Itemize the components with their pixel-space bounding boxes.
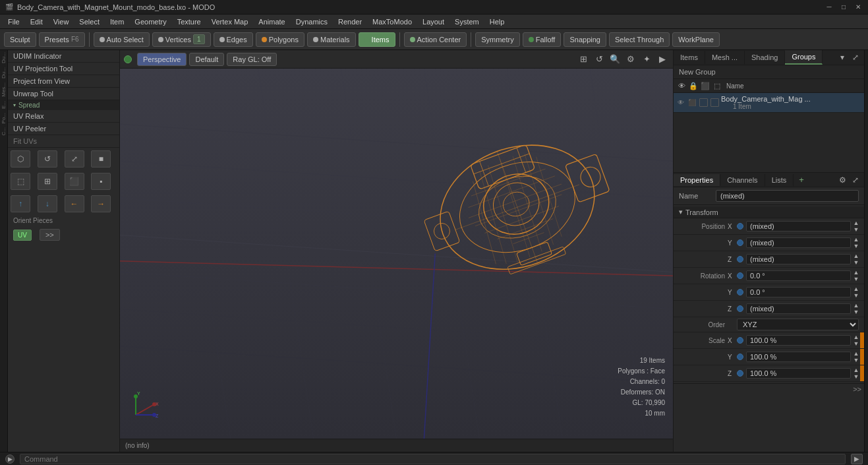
menu-texture[interactable]: Texture xyxy=(172,16,206,27)
list-icon-lock[interactable]: 🔒 xyxy=(688,80,699,91)
viewport-gear-icon[interactable]: ⚙ xyxy=(624,53,637,66)
name-input[interactable] xyxy=(716,190,859,202)
scale-z-down-arrow[interactable]: ▼ xyxy=(854,373,859,380)
viewport-refresh-icon[interactable]: ↺ xyxy=(593,53,606,66)
strip-label-c[interactable]: C... xyxy=(1,125,7,137)
icon-arrow-up[interactable]: ↑ xyxy=(11,195,30,212)
menu-animate[interactable]: Animate xyxy=(253,16,290,27)
menu-system[interactable]: System xyxy=(449,16,484,27)
viewport[interactable]: Perspective Default Ray GL: Off ⊞ ↺ 🔍 ⚙ … xyxy=(120,50,673,452)
menu-view[interactable]: View xyxy=(48,16,74,27)
menu-layout[interactable]: Layout xyxy=(417,16,449,27)
uv-peeler-btn[interactable]: UV Peeler xyxy=(8,123,119,135)
viewport-search-icon[interactable]: 🔍 xyxy=(608,53,622,66)
menu-edit[interactable]: Edit xyxy=(25,16,48,27)
pos-y-up-arrow[interactable]: ▲ xyxy=(854,236,859,243)
sculpt-btn[interactable]: Sculpt xyxy=(4,32,36,47)
perspective-btn[interactable]: Perspective xyxy=(137,53,187,66)
order-select[interactable]: XYZ XZY YXZ YZX ZXY ZYX xyxy=(737,319,859,330)
scale-y-down-arrow[interactable]: ▼ xyxy=(854,357,859,363)
vertices-btn[interactable]: Vertices 1 xyxy=(152,32,211,47)
menu-help[interactable]: Help xyxy=(484,16,510,27)
prop-tab-properties[interactable]: Properties xyxy=(674,174,720,186)
close-btn[interactable]: ✕ xyxy=(854,3,863,12)
item-check[interactable] xyxy=(699,98,708,108)
scale-x-up-arrow[interactable]: ▲ xyxy=(854,334,859,340)
auto-select-btn[interactable]: Auto Select xyxy=(94,32,150,47)
viewport-frames-icon[interactable]: ⊞ xyxy=(577,53,590,66)
pos-y-value[interactable] xyxy=(746,237,851,248)
scale-x-value[interactable] xyxy=(746,335,851,346)
props-expand-btn[interactable]: >> xyxy=(674,383,864,394)
menu-maxtomodo[interactable]: MaxToModo xyxy=(367,16,417,27)
expand-btn[interactable]: >> xyxy=(40,229,60,241)
left-panel-tool-pfv[interactable]: Project from View xyxy=(8,75,119,88)
default-btn[interactable]: Default xyxy=(189,53,224,66)
list-icon-render[interactable]: ⬛ xyxy=(700,80,710,91)
strip-label-po[interactable]: Po... xyxy=(1,111,7,125)
falloff-btn[interactable]: Falloff xyxy=(523,32,562,47)
action-center-btn[interactable]: Action Center xyxy=(404,32,467,47)
strip-label-mes[interactable]: Mes... xyxy=(1,80,7,99)
icon-arrow-left[interactable]: ← xyxy=(65,195,84,212)
icon-btn-grid1[interactable]: ⬚ xyxy=(11,173,30,190)
ray-gl-btn[interactable]: Ray GL: Off xyxy=(227,53,277,66)
menu-file[interactable]: File xyxy=(3,16,25,27)
tab-shading[interactable]: Shading xyxy=(745,51,785,64)
item-check2[interactable] xyxy=(710,98,719,108)
icon-btn-grid4[interactable]: ▪ xyxy=(91,173,111,190)
cmd-run-btn[interactable]: ▶ xyxy=(851,454,863,464)
rot-x-value[interactable] xyxy=(746,270,851,281)
polygons-btn[interactable]: Polygons xyxy=(256,32,304,47)
scale-y-up-arrow[interactable]: ▲ xyxy=(854,350,859,357)
rot-y-value[interactable] xyxy=(746,287,851,297)
left-panel-tool-unwrap[interactable]: Unwrap Tool xyxy=(8,88,119,100)
rot-x-up-arrow[interactable]: ▲ xyxy=(854,269,859,276)
icon-btn-grid2[interactable]: ⊞ xyxy=(38,173,57,190)
left-panel-tool-udim[interactable]: UDIM Indicator xyxy=(8,50,119,63)
prop-expand-icon[interactable]: ⤢ xyxy=(850,174,861,186)
strip-label-e[interactable]: E... xyxy=(1,99,7,111)
icon-arrow-right[interactable]: → xyxy=(91,195,111,212)
prop-tab-lists[interactable]: Lists xyxy=(765,174,794,186)
transform-header[interactable]: ▾ Transform xyxy=(674,206,864,218)
menu-render[interactable]: Render xyxy=(333,16,367,27)
right-panel-expand-icon[interactable]: ⤢ xyxy=(850,51,861,63)
rot-z-down-arrow[interactable]: ▼ xyxy=(854,309,859,315)
list-item-0[interactable]: 👁 ⬛ Body_Camera_with_Mag ... 1 Item xyxy=(674,93,864,113)
rot-z-up-arrow[interactable]: ▲ xyxy=(854,302,859,309)
pos-x-down-arrow[interactable]: ▼ xyxy=(854,226,859,233)
menu-geometry[interactable]: Geometry xyxy=(129,16,171,27)
strip-label-du2[interactable]: Du... xyxy=(1,65,7,80)
tab-groups[interactable]: Groups xyxy=(785,50,823,65)
left-panel-tool-uvproj[interactable]: UV Projection Tool xyxy=(8,63,119,75)
edges-btn[interactable]: Edges xyxy=(214,32,253,47)
uv-badge[interactable]: UV xyxy=(13,230,32,241)
pos-z-up-arrow[interactable]: ▲ xyxy=(854,253,859,259)
scale-z-value[interactable] xyxy=(746,368,851,379)
pos-x-value[interactable] xyxy=(746,221,851,232)
pos-y-down-arrow[interactable]: ▼ xyxy=(854,243,859,249)
snapping-btn[interactable]: Snapping xyxy=(564,32,606,47)
icon-btn-transform[interactable]: ■ xyxy=(91,150,111,168)
menu-item[interactable]: Item xyxy=(105,16,129,27)
icon-arrow-down[interactable]: ↓ xyxy=(38,195,57,212)
strip-label-du1[interactable]: Du... xyxy=(1,50,7,65)
viewport-star-icon[interactable]: ✦ xyxy=(640,53,653,66)
menu-vertexmap[interactable]: Vertex Map xyxy=(206,16,254,27)
icon-btn-rotate[interactable]: ↺ xyxy=(38,150,57,168)
prop-gear-icon[interactable]: ⚙ xyxy=(836,174,848,186)
scale-y-dot[interactable] xyxy=(737,354,743,360)
symmetry-btn[interactable]: Symmetry xyxy=(475,32,520,47)
pos-z-value[interactable] xyxy=(746,254,851,264)
pos-x-dot[interactable] xyxy=(737,223,743,230)
rot-y-down-arrow[interactable]: ▼ xyxy=(854,292,859,299)
pos-z-down-arrow[interactable]: ▼ xyxy=(854,259,859,266)
item-vis-icon[interactable]: 👁 xyxy=(676,98,685,108)
workplane-btn[interactable]: WorkPlane xyxy=(672,32,720,47)
fit-uvs-btn[interactable]: Fit UVs xyxy=(8,135,119,148)
rot-z-value[interactable] xyxy=(746,303,851,314)
select-through-btn[interactable]: Select Through xyxy=(609,32,670,47)
scale-z-dot[interactable] xyxy=(737,370,743,377)
menu-select[interactable]: Select xyxy=(74,16,105,27)
